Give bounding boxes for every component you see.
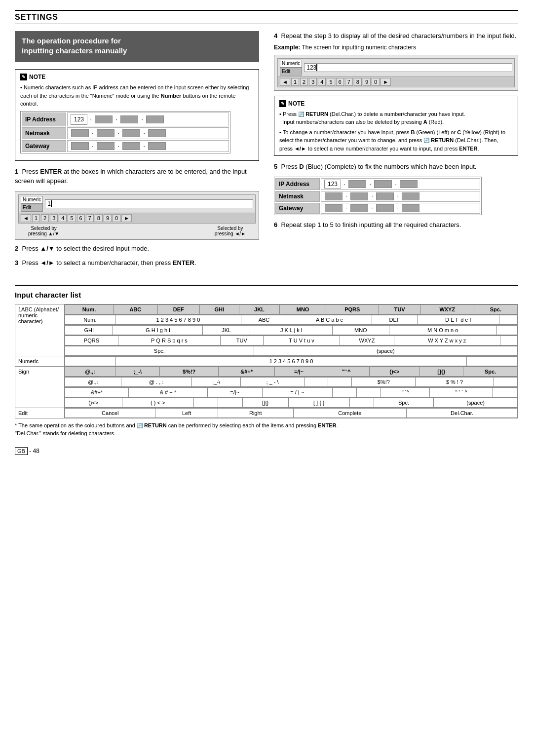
- note-text-2b: • To change a number/character you have …: [279, 128, 513, 153]
- char-row-numeric: Numeric 1 2 3 4 5 6 7 8 9 0: [15, 356, 518, 366]
- cell-tuv-val: T U V t u v: [263, 336, 340, 345]
- note-box-1: ✎ NOTE • Numeric characters such as IP a…: [15, 69, 259, 161]
- ip-table-step5: IP Address 123 · · · Netmask · · · Gatew…: [274, 177, 482, 215]
- char-sign-row-1: @.,: @ . , : ;_-\ ; _ - \ $%!? $ % ! ?: [15, 377, 518, 387]
- edit-left[interactable]: Left: [155, 408, 218, 417]
- footnote-2: "Del.Char." stands for deleting characte…: [15, 429, 518, 438]
- cell-mno-val: M N O m n o: [389, 325, 496, 335]
- edit-cancel[interactable]: Cancel: [65, 408, 155, 417]
- cell-jkl-val: J K L j k l: [250, 325, 333, 335]
- annotation-left: Selected bypressing ▲/▼: [28, 226, 59, 236]
- note-icon-1: ✎: [20, 74, 27, 80]
- char-data-row-1: Num. 1 2 3 4 5 6 7 8 9 0 ABC A B C a b c…: [15, 314, 518, 325]
- mode-edit[interactable]: Edit: [21, 204, 43, 212]
- inner-char-sign-data3: ()<> ( ) < > []{} [ ] { } Spc. (space): [65, 398, 518, 408]
- edit-right[interactable]: Right: [218, 408, 293, 417]
- example-label: Example: The screen for inputting numeri…: [274, 44, 518, 51]
- step-2: 2 Press ▲/▼ to select the desired input …: [15, 244, 259, 254]
- col-abc: ABC: [114, 304, 158, 314]
- page-number: GB - 48: [15, 448, 518, 454]
- right-column: 4 Repeat the step 3 to display all of th…: [274, 31, 518, 273]
- numpad-row-2: ◄ 1234567890 ►: [278, 77, 514, 87]
- note-text-2a: • Press 🔄 RETURN (Del.Char.) to delete a…: [279, 110, 513, 126]
- cell-abc-val: A B C a b c: [287, 315, 372, 324]
- inner-char-data3: PQRS P Q R S p q r s TUV T U V t u v WXY…: [65, 336, 518, 345]
- note-icon-2: ✎: [279, 100, 286, 107]
- arrow-left[interactable]: ◄: [21, 214, 31, 222]
- left-column: The operation procedure for inputting ch…: [15, 31, 259, 273]
- char-data-row-4: Spc. (space): [15, 345, 518, 356]
- arrow-right-2[interactable]: ►: [381, 78, 391, 86]
- numpad-row: ◄ 1234567890 ►: [19, 213, 255, 223]
- note-title-1: ✎ NOTE: [20, 73, 254, 81]
- cell-jkl: JKL: [203, 325, 250, 335]
- section-header-box: The operation procedure for inputting ch…: [15, 31, 259, 62]
- note-box-2: ✎ NOTE • Press 🔄 RETURN (Del.Char.) to d…: [274, 96, 518, 156]
- input-display-2: 123: [304, 63, 512, 72]
- col-num: Num.: [65, 304, 114, 314]
- char-data-row-2: GHI G H I g h i JKL J K L j k l MNO M N …: [15, 325, 518, 335]
- cell-spc: Spc.: [65, 346, 254, 355]
- cell-ghi-val: G H I g h i: [113, 325, 203, 335]
- mode-selector: Numeric Edit: [21, 196, 43, 212]
- step-5: 5 Press D (Blue) (Complete) to fix the n…: [274, 162, 518, 172]
- step-6: 6 Repeat step 1 to 5 to finish inputting…: [274, 220, 518, 230]
- step-3: 3 Press ◄/► to select a number/character…: [15, 258, 259, 268]
- input-screen-diagram-1: Numeric Edit 1 ◄ 1234567890 ► Selected b…: [15, 191, 259, 240]
- cell-def-val: D E F d e f: [417, 315, 499, 324]
- cell-mno: MNO: [333, 325, 389, 335]
- char-list-title: Input character list: [15, 291, 518, 299]
- inner-char-data1: Num. 1 2 3 4 5 6 7 8 9 0 ABC A B C a b c…: [65, 315, 518, 325]
- cell-wxyz-val: W X Y Z w x y z: [394, 336, 500, 345]
- cell-num: Num.: [65, 315, 115, 324]
- inner-char-data2: GHI G H I g h i JKL J K L j k l MNO M N …: [65, 325, 518, 335]
- ip-table-note: IP Address 123 · · · Netmask · · · Gatew…: [20, 111, 230, 153]
- mode-numeric[interactable]: Numeric: [21, 196, 43, 204]
- mode-edit-2[interactable]: Edit: [280, 68, 302, 76]
- footnote: * The same operation as the coloured but…: [15, 421, 518, 438]
- mode-numeric-2[interactable]: Numeric: [280, 60, 302, 68]
- inner-char-sign-data1: @.,: @ . , : ;_-\ ; _ - \ $%!? $ % ! ?: [65, 377, 518, 387]
- arrow-right[interactable]: ►: [121, 214, 132, 222]
- cell-ghi: GHI: [65, 325, 113, 335]
- row-label-numeric: Numeric: [15, 356, 65, 366]
- char-row-sign: Sign @.,: ;_-\ $%!? &#+* =/|~ "'`^ ()<> …: [15, 366, 518, 377]
- inner-char-numeric: 1 2 3 4 5 6 7 8 9 0: [65, 356, 518, 366]
- page-title: SETTINGS: [15, 10, 518, 24]
- col-pqrs: PQRS: [326, 304, 379, 314]
- char-sign-row-2: &#+* & # + * =/|~ = / | ~ "'`^ " ' ` ^: [15, 387, 518, 397]
- char-row-edit: Edit Cancel Left Right Complete Del.Char…: [15, 408, 518, 418]
- row-label-sign: Sign: [15, 366, 65, 408]
- inner-char-header: Num. ABC DEF GHI JKL MNO PQRS TUV WXYZ S…: [65, 304, 518, 314]
- screen-annotations: Selected bypressing ▲/▼ Selected bypress…: [18, 226, 256, 236]
- annotation-right: Selected bypressing ◄/►: [215, 226, 246, 236]
- char-sign-row-3: ()<> ( ) < > []{} [ ] { } Spc. (space): [15, 397, 518, 408]
- row-label-1abc: 1ABC (Alphabet/numeric character): [15, 304, 65, 356]
- step-1: 1 Press ENTER at the boxes in which char…: [15, 167, 259, 186]
- section-title: The operation procedure for inputting ch…: [22, 36, 252, 55]
- input-screen-diagram-2: Numeric Edit 123 ◄ 1234567890 ►: [274, 55, 518, 91]
- char-list-section: Input character list 1ABC (Alphabet/nume…: [15, 285, 518, 438]
- char-outer-table: 1ABC (Alphabet/numeric character) Num. A…: [15, 304, 518, 418]
- col-tuv: TUV: [379, 304, 420, 314]
- step-4: 4 Repeat the step 3 to display all of th…: [274, 31, 518, 41]
- input-display-1: 1: [45, 199, 253, 208]
- char-row-1abc: 1ABC (Alphabet/numeric character) Num. A…: [15, 304, 518, 314]
- col-def: DEF: [157, 304, 199, 314]
- inner-char-data4: Spc. (space): [65, 346, 518, 356]
- cell-wxyz: WXYZ: [340, 336, 394, 345]
- cell-numeric-val: 1 2 3 4 5 6 7 8 9 0: [115, 356, 466, 366]
- footnote-1: * The same operation as the coloured but…: [15, 421, 518, 430]
- cell-pqrs-val: P Q R S p q r s: [118, 336, 220, 345]
- char-header-row: Num. ABC DEF GHI JKL MNO PQRS TUV WXYZ S…: [65, 304, 518, 314]
- col-mno: MNO: [280, 304, 326, 314]
- arrow-left-2[interactable]: ◄: [280, 78, 290, 86]
- mode-selector-2: Numeric Edit: [280, 60, 302, 76]
- row-label-edit: Edit: [15, 408, 65, 418]
- inner-char-sign-header: @.,: ;_-\ $%!? &#+* =/|~ "'`^ ()<> []{} …: [65, 367, 518, 377]
- edit-row-table: Cancel Left Right Complete Del.Char.: [65, 408, 518, 418]
- inner-char-sign-data2: &#+* & # + * =/|~ = / | ~ "'`^ " ' ` ^: [65, 387, 518, 397]
- edit-complete[interactable]: Complete: [293, 408, 406, 417]
- edit-delchar[interactable]: Del.Char.: [407, 408, 518, 417]
- cell-num-val: 1 2 3 4 5 6 7 8 9 0: [115, 315, 241, 324]
